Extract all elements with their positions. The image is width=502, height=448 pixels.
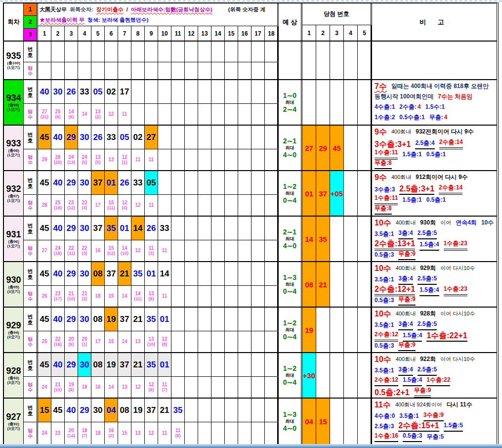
number-cell[interactable] xyxy=(51,42,65,62)
winning-cell[interactable]: 37 xyxy=(316,171,330,216)
number-cell[interactable] xyxy=(238,262,251,285)
number-cell[interactable] xyxy=(225,262,238,285)
winning-cell[interactable]: 21 xyxy=(316,262,330,307)
number-cell[interactable] xyxy=(238,171,251,194)
expect-cell[interactable]: 1∼0최대2∼4 xyxy=(277,80,301,125)
number-cell[interactable]: 29 xyxy=(65,262,78,285)
term-cell[interactable]: 17 xyxy=(91,195,105,216)
number-cell[interactable] xyxy=(171,217,185,240)
remarks-cell[interactable]: 11수400회내 924회이어다시 11수4수출:03.5출:13수출:92.5… xyxy=(371,399,497,444)
term-cell[interactable] xyxy=(145,104,158,125)
number-cell[interactable]: 29 xyxy=(65,126,78,149)
number-cell[interactable]: 14 xyxy=(131,217,145,240)
number-cell[interactable] xyxy=(185,217,198,240)
number-cell[interactable]: 01 xyxy=(158,308,171,331)
term-cell[interactable]: 24(5) xyxy=(78,149,91,170)
number-cell[interactable]: 29 xyxy=(65,217,78,240)
expect-cell[interactable]: 1∼2최대0∼4 xyxy=(277,353,301,398)
term-cell[interactable] xyxy=(225,377,238,398)
number-cell[interactable]: 19 xyxy=(105,353,118,376)
winning-cell[interactable]: 04 xyxy=(302,399,316,444)
number-cell[interactable]: 30 xyxy=(78,171,91,194)
number-cell[interactable] xyxy=(145,80,158,103)
number-cell[interactable]: 01 xyxy=(105,171,118,194)
term-cell[interactable] xyxy=(38,62,51,79)
number-cell[interactable]: 30 xyxy=(78,308,91,331)
number-cell[interactable] xyxy=(211,399,225,422)
number-cell[interactable] xyxy=(158,126,171,149)
winning-cell[interactable]: +30 xyxy=(302,353,316,398)
term-cell[interactable]: 27(21) xyxy=(38,104,51,125)
number-cell[interactable]: 35 xyxy=(105,217,118,240)
number-cell[interactable] xyxy=(185,399,198,422)
round-label[interactable]: 930(총95)(3오기) xyxy=(4,262,24,307)
term-cell[interactable]: 15 xyxy=(118,422,131,444)
remarks-cell[interactable]: 9수400회내932전회이어 다시 9수3수출:3+12.5출:42수출:141… xyxy=(371,126,497,170)
number-cell[interactable] xyxy=(118,42,131,62)
number-cell[interactable] xyxy=(225,308,238,331)
number-cell[interactable] xyxy=(265,399,278,422)
number-cell[interactable]: 35 xyxy=(171,399,185,422)
winning-cell[interactable]: 01 xyxy=(302,171,316,216)
winning-cell[interactable]: +05 xyxy=(330,171,344,216)
number-cell[interactable]: 04 xyxy=(105,399,118,422)
term-cell[interactable] xyxy=(251,377,265,398)
term-cell[interactable]: 11(8) xyxy=(171,422,185,444)
term-cell[interactable]: 11 xyxy=(145,149,158,170)
remarks-cell[interactable]: 10수400회내929회이어 다시10수3.5출:13출:42.5출:52수출:… xyxy=(371,262,497,307)
term-cell[interactable]: 29 xyxy=(38,149,51,170)
term-cell[interactable] xyxy=(185,149,198,170)
winning-cell[interactable] xyxy=(344,308,358,352)
term-cell[interactable] xyxy=(265,62,278,79)
number-cell[interactable]: 02 xyxy=(105,80,118,103)
term-cell[interactable] xyxy=(185,104,198,125)
term-cell[interactable]: 21(2) xyxy=(78,286,91,307)
term-cell[interactable] xyxy=(225,240,238,261)
winning-cell[interactable] xyxy=(358,126,372,170)
number-cell[interactable] xyxy=(185,80,198,103)
number-cell[interactable]: 40 xyxy=(51,171,65,194)
number-cell[interactable]: 05 xyxy=(145,171,158,194)
number-cell[interactable]: 45 xyxy=(51,399,65,422)
term-cell[interactable] xyxy=(238,331,251,352)
term-cell[interactable]: 26 xyxy=(38,286,51,307)
number-column-header[interactable]: 7 xyxy=(118,26,131,41)
term-cell[interactable] xyxy=(238,149,251,170)
term-cell[interactable]: 22(3) xyxy=(78,240,91,261)
term-cell[interactable] xyxy=(238,286,251,307)
number-cell[interactable] xyxy=(211,308,225,331)
number-cell[interactable]: 19 xyxy=(131,399,145,422)
number-cell[interactable]: 37 xyxy=(105,262,118,285)
term-cell[interactable] xyxy=(171,240,185,261)
term-cell[interactable] xyxy=(185,331,198,352)
winning-cell[interactable] xyxy=(316,42,330,79)
number-cell[interactable]: 26 xyxy=(91,126,105,149)
winning-cell[interactable] xyxy=(358,217,372,261)
number-cell[interactable]: 33 xyxy=(158,217,171,240)
winning-column-header[interactable]: 2 xyxy=(316,25,330,41)
term-cell[interactable] xyxy=(265,195,278,216)
number-cell[interactable] xyxy=(238,126,251,149)
term-cell[interactable]: 13 xyxy=(131,422,145,444)
number-cell[interactable]: 40 xyxy=(51,217,65,240)
number-cell[interactable] xyxy=(251,399,265,422)
term-cell[interactable] xyxy=(171,331,185,352)
header-marker-1[interactable]: 1 xyxy=(24,3,37,16)
number-cell[interactable]: 33 xyxy=(105,126,118,149)
number-cell[interactable] xyxy=(198,399,211,422)
term-cell[interactable]: 28 xyxy=(38,195,51,216)
expect-cell[interactable]: 1∼3최대4∼0 xyxy=(277,399,301,444)
number-cell[interactable]: 33 xyxy=(131,171,145,194)
winning-cell[interactable] xyxy=(358,171,372,216)
round-label[interactable]: 933(총98)(1오기) xyxy=(4,126,24,170)
number-cell[interactable] xyxy=(211,262,225,285)
winning-cell[interactable] xyxy=(358,42,372,79)
number-column-header[interactable]: 4 xyxy=(78,26,91,41)
winning-cell[interactable] xyxy=(330,353,344,398)
number-cell[interactable] xyxy=(185,42,198,62)
number-cell[interactable] xyxy=(198,217,211,240)
winning-cell[interactable]: 14 xyxy=(302,217,316,261)
term-cell[interactable] xyxy=(211,377,225,398)
term-cell[interactable] xyxy=(185,422,198,444)
term-cell[interactable]: 12 xyxy=(131,377,145,398)
